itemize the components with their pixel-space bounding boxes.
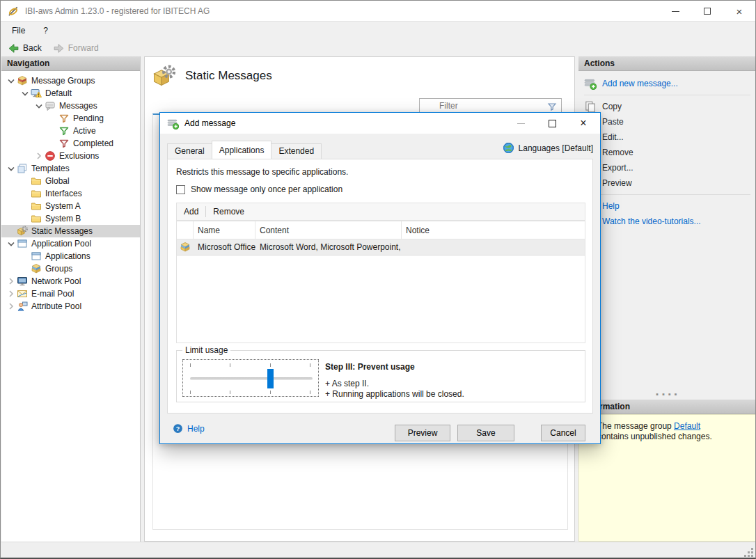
tab-applications[interactable]: Applications: [212, 141, 272, 159]
tree-item-label: Network Pool: [31, 276, 81, 286]
chevron-down-icon[interactable]: [6, 75, 17, 86]
tree-item-groups[interactable]: Groups: [1, 262, 140, 275]
application-group-icon: [180, 242, 191, 253]
tree-item-templates[interactable]: Templates: [1, 162, 140, 175]
tree-item-label: Pending: [73, 113, 104, 123]
limit-usage-group: Limit usage Step III: Prevent usage + As…: [176, 350, 585, 402]
chevron-down-icon[interactable]: [33, 100, 45, 111]
tree-item-e-mail-pool[interactable]: E-mail Pool: [1, 288, 140, 300]
step-line-2: + Running applications will be closed.: [325, 389, 464, 399]
tree-item-static-messages[interactable]: Static Messages: [1, 225, 140, 237]
cancel-button[interactable]: Cancel: [541, 425, 585, 441]
tree-item-completed[interactable]: Completed: [1, 137, 140, 150]
chevron-right-icon[interactable]: [33, 150, 45, 162]
resize-grip[interactable]: [743, 547, 753, 557]
default-group-link[interactable]: Default: [674, 421, 700, 431]
title-bar: IBI-aws Admin 1.23.0 - registered for IB…: [1, 1, 755, 22]
chevron-down-icon[interactable]: [6, 163, 17, 174]
chevron-down-icon[interactable]: [19, 88, 31, 99]
tree-item-network-pool[interactable]: Network Pool: [1, 275, 140, 288]
forward-button[interactable]: Forward: [49, 41, 103, 56]
tree-item-message-groups[interactable]: Message Groups: [1, 74, 140, 87]
tree-item-attribute-pool[interactable]: Attribute Pool: [1, 300, 140, 313]
nav-toolbar: Back Forward: [1, 40, 755, 56]
save-button[interactable]: Save: [457, 425, 514, 441]
tree-item-applications[interactable]: Applications: [1, 250, 140, 262]
chevron-right-icon[interactable]: [6, 276, 17, 287]
dialog-footer: ? Help Preview Save Cancel: [160, 414, 600, 443]
dialog-maximize-button[interactable]: [542, 113, 562, 134]
dialog-help-link[interactable]: ? Help: [173, 423, 205, 434]
action-add-new-message[interactable]: Add new message...: [578, 76, 756, 91]
menu-file[interactable]: File: [5, 23, 32, 38]
tree-item-label: Interfaces: [45, 189, 82, 198]
folder-icon: [31, 200, 42, 212]
action-watch-the-video-tutorials[interactable]: Watch the video-tutorials...: [578, 214, 756, 229]
dialog-title-bar: Add message: [160, 113, 600, 134]
tree-item-application-pool[interactable]: Application Pool: [1, 237, 140, 250]
row-name: Microsoft Office: [194, 242, 255, 252]
back-label: Back: [23, 43, 42, 53]
table-row[interactable]: Microsoft Office Microsoft Word, Microso…: [177, 239, 585, 255]
filter-input[interactable]: [420, 101, 561, 111]
information-text: The message group Default contains unpub…: [597, 421, 724, 442]
dialog-close-button[interactable]: ×: [573, 113, 594, 134]
minimize-button[interactable]: [659, 1, 691, 22]
column-name[interactable]: Name: [194, 221, 255, 239]
back-button[interactable]: Back: [3, 41, 46, 56]
preview-button[interactable]: Preview: [395, 425, 450, 441]
tree-item-label: Completed: [73, 139, 113, 148]
column-icon[interactable]: [177, 221, 194, 239]
chevron-right-icon[interactable]: [6, 288, 17, 299]
add-message-dialog: Add message × General Applications Exten…: [159, 112, 601, 444]
panel-splitter[interactable]: ▪ ▪ ▪ ▪: [578, 391, 756, 398]
tree-item-label: Active: [73, 126, 96, 136]
tree-item-messages[interactable]: Messages: [1, 100, 140, 112]
action-paste[interactable]: Paste: [578, 114, 756, 129]
action-preview[interactable]: Preview: [578, 175, 756, 191]
tree-item-label: Static Messages: [31, 226, 93, 236]
tree-item-system-a[interactable]: System A: [1, 200, 140, 212]
app-window: IBI-aws Admin 1.23.0 - registered for IB…: [0, 0, 756, 559]
chevron-down-icon[interactable]: [6, 238, 17, 249]
maximize-button[interactable]: [691, 1, 723, 22]
action-label: Watch the video-tutorials...: [602, 216, 701, 226]
add-application-button[interactable]: Add: [177, 205, 205, 219]
tree-item-exclusions[interactable]: Exclusions: [1, 150, 140, 162]
action-copy[interactable]: Copy: [578, 99, 756, 114]
slider-thumb[interactable]: [267, 369, 274, 388]
languages-label: Languages [Default]: [519, 143, 593, 153]
action-export[interactable]: Export...: [578, 160, 756, 175]
close-button[interactable]: ×: [723, 1, 755, 22]
tree-item-interfaces[interactable]: Interfaces: [1, 187, 140, 200]
show-once-checkbox[interactable]: [176, 185, 185, 194]
action-edit[interactable]: Edit...: [578, 129, 756, 145]
action-help[interactable]: Help: [578, 198, 756, 214]
remove-application-button[interactable]: Remove: [206, 205, 251, 219]
tab-general[interactable]: General: [167, 143, 212, 159]
tree-item-label: E-mail Pool: [31, 289, 74, 299]
tree-item-active[interactable]: Active: [1, 125, 140, 137]
tab-extended[interactable]: Extended: [271, 143, 322, 159]
tree-item-global[interactable]: Global: [1, 175, 140, 187]
tree-item-system-b[interactable]: System B: [1, 212, 140, 225]
action-remove[interactable]: Remove: [578, 145, 756, 160]
tree-item-default[interactable]: Default: [1, 87, 140, 100]
applications-toolbar: Add Remove: [176, 203, 585, 221]
tree-item-label: Message Groups: [31, 76, 95, 86]
languages-button[interactable]: Languages [Default]: [503, 142, 593, 154]
dialog-minimize-button[interactable]: [510, 113, 531, 134]
column-notice[interactable]: Notice: [402, 221, 585, 239]
menu-help[interactable]: ?: [36, 23, 55, 38]
actions-divider: [584, 95, 750, 95]
chevron-spacer: [47, 138, 58, 149]
limit-usage-slider[interactable]: [182, 359, 319, 397]
chevron-right-icon[interactable]: [6, 301, 17, 312]
column-content[interactable]: Content: [255, 221, 402, 239]
package-icon: [31, 263, 42, 274]
dialog-minimize-icon: [517, 123, 525, 124]
filter-funnel-icon[interactable]: [546, 101, 558, 112]
slider-tick: [270, 363, 271, 367]
templates-icon: [17, 163, 28, 174]
tree-item-pending[interactable]: Pending: [1, 112, 140, 125]
